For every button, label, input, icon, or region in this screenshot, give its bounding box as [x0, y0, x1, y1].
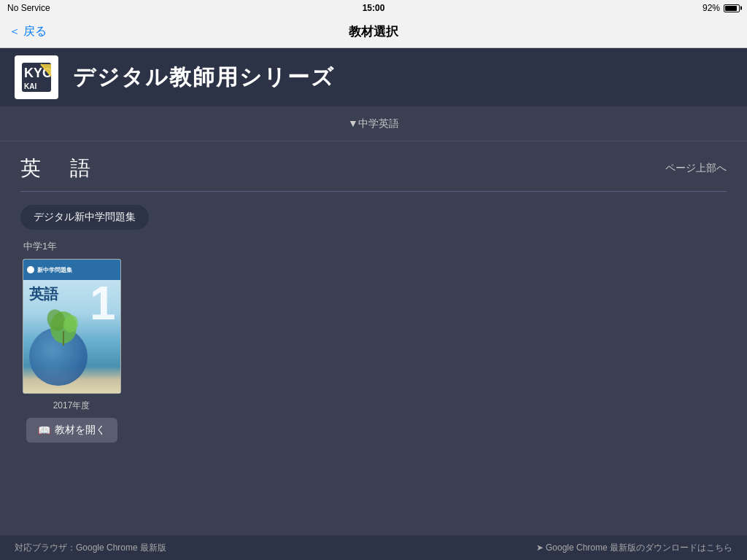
status-bar: No Service 15:00 92% — [0, 0, 747, 16]
section-title: 英 語 — [20, 155, 95, 182]
open-button-label: 教材を開く — [55, 424, 106, 437]
open-book-button[interactable]: 📖 教材を開く — [26, 418, 117, 443]
footer: 対応ブラウザ：Google Chrome 最新版 ➤ Google Chrome… — [0, 535, 747, 560]
battery-indicator — [724, 4, 740, 12]
series-tab[interactable]: デジタル新中学問題集 — [20, 205, 149, 230]
status-time: 15:00 — [363, 3, 385, 13]
book-cover-plant-icon — [45, 306, 82, 349]
section-header: 英 語 ページ上部へ — [20, 155, 727, 192]
logo-box: KYO KAI — [15, 55, 58, 99]
year-label: 2017年度 — [53, 400, 90, 412]
battery-percentage: 92% — [703, 3, 720, 13]
svg-text:KAI: KAI — [24, 82, 36, 90]
book-cover-number: 1 — [90, 280, 116, 327]
header-banner: KYO KAI デジタル教師用シリーズ — [0, 48, 747, 106]
status-left: No Service — [7, 3, 54, 13]
page-top-link[interactable]: ページ上部へ — [665, 162, 727, 175]
grade-label: 中学1年 — [23, 240, 727, 253]
back-button[interactable]: ＜ 戻る — [9, 24, 47, 39]
status-right: 92% — [703, 3, 740, 13]
banner-title: デジタル教師用シリーズ — [73, 63, 335, 93]
nav-bar: ＜ 戻る 教材選択 — [0, 16, 747, 48]
nav-title: 教材選択 — [349, 23, 398, 40]
content-area: 英 語 ページ上部へ デジタル新中学問題集 中学1年 新中学問題集 1 英語 — [0, 141, 747, 456]
book-cover-header-text: 新中学問題集 — [37, 266, 72, 274]
book-cover-subject: 英語 — [29, 284, 58, 304]
no-service-text: No Service — [7, 3, 50, 13]
browser-info: 対応ブラウザ：Google Chrome 最新版 — [15, 542, 166, 554]
category-label: ▼中学英語 — [348, 117, 399, 129]
category-bar[interactable]: ▼中学英語 — [0, 106, 747, 141]
book-cover[interactable]: 新中学問題集 1 英語 — [23, 259, 121, 394]
book-icon: 📖 — [38, 424, 50, 436]
download-link[interactable]: ➤ Google Chrome 最新版のダウンロードはこちら — [536, 542, 732, 554]
book-item: 新中学問題集 1 英語 2017年度 📖 教材を開く — [20, 259, 123, 443]
